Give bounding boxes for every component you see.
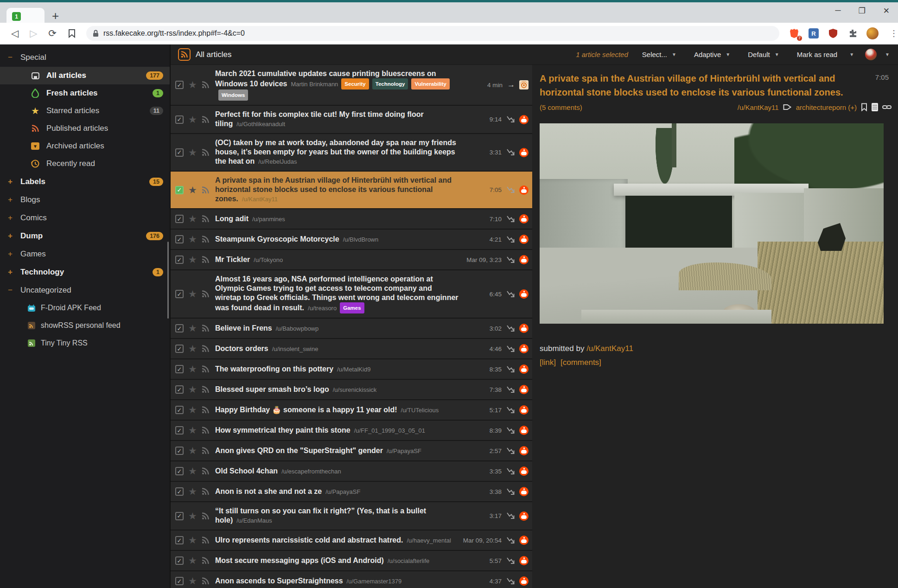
headline-author[interactable]: /u/KantKay11 xyxy=(242,196,278,203)
share-link-icon[interactable] xyxy=(882,104,892,110)
article-tag[interactable]: Security xyxy=(341,78,369,89)
bookmark-icon[interactable] xyxy=(68,29,76,38)
headline-author[interactable]: /u/haevy_mental xyxy=(407,537,451,544)
star-icon[interactable]: ★ xyxy=(188,213,197,224)
arrow-icon[interactable]: → xyxy=(507,80,515,89)
article-link[interactable]: [link] xyxy=(540,358,556,367)
row-checkbox[interactable]: ✓ xyxy=(175,256,184,264)
new-tab-button[interactable]: + xyxy=(52,10,59,22)
article-comments-link[interactable]: [comments] xyxy=(560,358,601,367)
open-external-icon[interactable] xyxy=(506,256,515,264)
expand-icon[interactable]: + xyxy=(8,249,20,259)
category-special[interactable]: − Special xyxy=(0,48,170,67)
star-icon[interactable]: ★ xyxy=(188,555,197,566)
star-icon[interactable]: ★ xyxy=(188,575,197,587)
sidebar-item-published-articles[interactable]: Published articles xyxy=(0,120,170,137)
headline-author[interactable]: /u/MetalKid9 xyxy=(337,366,370,373)
headline-title[interactable]: Mr Tickler xyxy=(215,256,250,263)
headline-row[interactable]: ✓ ★ Anon ascends to SuperStraightness/u/… xyxy=(171,571,532,588)
expand-icon[interactable]: + xyxy=(8,195,20,205)
view-mode-dropdown[interactable]: Adaptive▼ xyxy=(694,51,730,58)
sidebar-item-archived-articles[interactable]: ▼ Archived articles xyxy=(0,137,170,155)
headline-row[interactable]: ✓ ★ Perfect fit for this complex tile cu… xyxy=(171,106,532,134)
headline-title[interactable]: (OC) taken by me at work today, abandone… xyxy=(215,139,456,165)
headline-title[interactable]: Believe in Frens xyxy=(215,324,272,332)
headline-row[interactable]: ✓ ★ Steampunk Gyroscopic Motorcycle/u/Bl… xyxy=(171,230,532,250)
open-external-icon[interactable] xyxy=(506,365,515,373)
profile-avatar[interactable] xyxy=(866,27,879,39)
headline-row[interactable]: ✓ ★ Doctors orders/u/insolent_swine 4:46… xyxy=(171,339,532,359)
row-checkbox[interactable]: ✓ xyxy=(175,487,184,496)
headline-author[interactable]: /u/FF_01_1999_03_05_01 xyxy=(354,427,425,434)
row-checkbox[interactable]: ✓ xyxy=(175,115,184,124)
row-checkbox[interactable]: ✓ xyxy=(175,467,184,475)
headline-author[interactable]: /u/Babowpbowp xyxy=(276,325,319,332)
comments-link[interactable]: (5 comments) xyxy=(540,103,582,111)
sidebar-category-uncategorized[interactable]: − Uncategorized xyxy=(0,281,170,299)
headline-author[interactable]: /u/EdanMaus xyxy=(236,517,272,524)
publish-bookmark-icon[interactable] xyxy=(861,103,867,111)
headline-row[interactable]: ✓ ★ Most secure messaging apps (iOS and … xyxy=(171,551,532,571)
star-icon[interactable]: ★ xyxy=(188,343,197,354)
star-icon[interactable]: ★ xyxy=(188,486,197,497)
star-icon[interactable]: ★ xyxy=(188,288,197,300)
headline-row[interactable]: ✓ ★ Long adit/u/panmines 7:10 → xyxy=(171,209,532,230)
headline-title[interactable]: Long adit xyxy=(215,215,248,223)
open-external-icon[interactable] xyxy=(506,488,515,496)
open-external-icon[interactable] xyxy=(506,186,515,194)
row-checkbox[interactable]: ✓ xyxy=(175,447,184,455)
headline-title[interactable]: Ulro represents narcissistic cold and ab… xyxy=(215,536,403,544)
sidebar-item-all-articles[interactable]: All articles 177 xyxy=(0,67,170,84)
article-tag[interactable]: Vulnerability xyxy=(411,78,450,89)
sidebar-item-starred-articles[interactable]: ★ Starred articles 11 xyxy=(0,102,170,120)
headline-author[interactable]: /u/BlvdBrown xyxy=(343,236,379,243)
article-title-link[interactable]: A private spa in the Austrian village of… xyxy=(540,71,855,99)
headline-row[interactable]: ✓ ★ Almost 16 years ago, NSA performed i… xyxy=(171,270,532,319)
article-tag[interactable]: Windows xyxy=(218,89,248,101)
headline-title[interactable]: Most secure messaging apps (iOS and Andr… xyxy=(215,556,384,564)
expand-icon[interactable]: + xyxy=(8,231,20,241)
star-icon[interactable]: ★ xyxy=(188,384,197,395)
headline-row[interactable]: ✓ ★ Mr Tickler/u/Tokyono Mar 09, 3:23 → xyxy=(171,250,532,270)
close-button[interactable]: ✕ xyxy=(883,6,890,16)
row-checkbox[interactable]: ✓ xyxy=(175,290,184,298)
headline-author[interactable]: /u/TUTelicious xyxy=(401,407,439,414)
headline-author[interactable]: /u/insolent_swine xyxy=(272,345,318,352)
minimize-button[interactable]: ─ xyxy=(835,6,841,16)
row-checkbox[interactable]: ✓ xyxy=(175,345,184,353)
sort-order-dropdown[interactable]: Default▼ xyxy=(748,51,779,58)
row-checkbox[interactable]: ✓ xyxy=(175,365,184,373)
open-external-icon[interactable] xyxy=(506,427,515,435)
headline-row[interactable]: ✓ ★ A private spa in the Austrian villag… xyxy=(171,172,532,209)
headline-row[interactable]: ✓ ★ (OC) taken by me at work today, aban… xyxy=(171,134,532,172)
star-icon[interactable]: ★ xyxy=(188,234,197,245)
headline-title[interactable]: Old School 4chan xyxy=(215,467,278,475)
headline-author[interactable]: /u/PapayaSF xyxy=(325,488,360,495)
row-checkbox[interactable]: ✓ xyxy=(175,215,184,223)
headline-row[interactable]: ✓ ★ March 2021 cumulative updates cause … xyxy=(171,65,532,106)
open-external-icon[interactable] xyxy=(506,512,515,520)
open-external-icon[interactable] xyxy=(506,148,515,156)
sidebar-category-labels[interactable]: + Labels 15 xyxy=(0,173,170,191)
sidebar-scrollbar[interactable] xyxy=(167,242,169,319)
star-icon[interactable]: ★ xyxy=(188,114,197,125)
open-external-icon[interactable] xyxy=(506,236,515,243)
sidebar-category-dump[interactable]: + Dump 176 xyxy=(0,227,170,245)
note-icon[interactable] xyxy=(872,103,878,111)
headline-author[interactable]: /u/panmines xyxy=(252,216,285,223)
star-icon[interactable]: ★ xyxy=(188,323,197,334)
row-checkbox[interactable]: ✓ xyxy=(175,512,184,520)
headline-author[interactable]: /u/surenickissick xyxy=(333,386,377,393)
sidebar-feed-showrss-personal-feed[interactable]: showRSS personal feed xyxy=(0,317,170,334)
row-checkbox[interactable]: ✓ xyxy=(175,536,184,544)
open-external-icon[interactable] xyxy=(506,537,515,544)
star-icon[interactable]: ★ xyxy=(188,511,197,522)
expand-icon[interactable]: + xyxy=(8,213,20,223)
star-icon[interactable]: ★ xyxy=(188,445,197,456)
headline-title[interactable]: How symmetrical they paint this stone xyxy=(215,426,350,434)
ublock-extension-icon[interactable] xyxy=(828,28,839,39)
headline-title[interactable]: The waterproofing on this pottery xyxy=(215,365,333,373)
row-checkbox[interactable]: ✓ xyxy=(175,148,184,157)
headline-row[interactable]: ✓ ★ Old School 4chan/u/escapefromthechan… xyxy=(171,461,532,482)
headline-title[interactable]: Happy Birthday 🎂 someone is a happy 11 y… xyxy=(215,406,397,414)
